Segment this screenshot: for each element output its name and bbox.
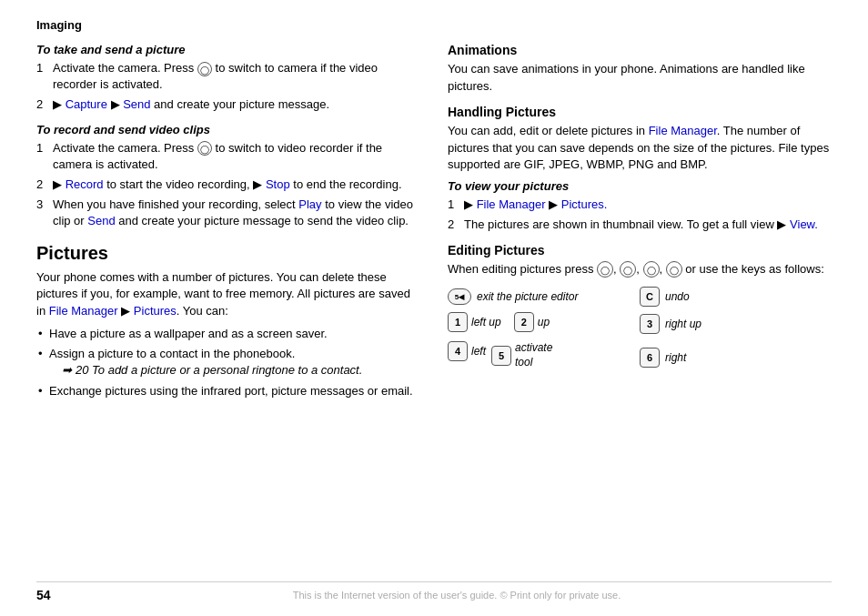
editing-text: When editing pictures press ◯, ◯, ◯, ◯ o… xyxy=(448,261,832,278)
editing-heading: Editing Pictures xyxy=(448,243,832,258)
record-link: Record xyxy=(66,177,104,191)
main-content: To take and send a picture 1 Activate th… xyxy=(36,43,832,574)
take-picture-title: To take and send a picture xyxy=(36,43,420,56)
pictures-section: Pictures Your phone comes with a number … xyxy=(36,243,420,399)
key-4-left: 4 left xyxy=(448,341,486,361)
record-step-2: 2 ▶ Record to start the video recording,… xyxy=(36,177,420,193)
pictures-bullet-list: Have a picture as a wallpaper and as a s… xyxy=(36,326,420,399)
arrow-icon: ▶ xyxy=(53,97,62,111)
send-link: Send xyxy=(123,97,150,111)
key-grid: 5◀ exit the picture editor C undo 1 left… xyxy=(448,287,832,377)
take-step-1: 1 Activate the camera. Press ◯ to switch… xyxy=(36,60,420,93)
key-5-activatetool: 5 activate tool xyxy=(491,341,560,369)
key-2: 2 xyxy=(514,312,534,332)
key-row-leftup-up-rightup: 1 left up 2 up xyxy=(448,312,640,336)
up-label: up xyxy=(538,316,550,328)
arrow-icon6: ▶ xyxy=(549,197,558,211)
arrow-icon4: ▶ xyxy=(253,177,262,191)
key-6: 6 xyxy=(640,348,660,368)
animations-heading: Animations xyxy=(448,43,832,57)
key-3-rightup: 3 right up xyxy=(640,312,832,336)
view-step-2: 2 The pictures are shown in thumbnail vi… xyxy=(448,217,832,233)
send-link2: Send xyxy=(87,214,115,227)
note-arrow-icon: ➡ xyxy=(62,362,72,379)
view-link: View. xyxy=(790,217,818,231)
take-picture-section: To take and send a picture 1 Activate th… xyxy=(36,43,420,114)
animations-section: Animations You can save animations in yo… xyxy=(448,43,832,96)
bullet-contact: Assign a picture to a contact in the pho… xyxy=(36,346,420,379)
key-1-leftup: 1 left up xyxy=(448,312,501,332)
fm-link2: File Manager xyxy=(477,197,546,211)
page-header: Imaging xyxy=(36,18,832,32)
bullet-exchange: Exchange pictures using the infrared por… xyxy=(36,383,420,399)
editing-section: Editing Pictures When editing pictures p… xyxy=(448,243,832,378)
pictures-link: Pictures xyxy=(134,304,177,318)
rightup-label: right up xyxy=(665,318,701,330)
view-pictures-steps: 1 ▶ File Manager ▶ Pictures. 2 The pictu… xyxy=(448,197,832,233)
handling-text: You can add, edit or delete pictures in … xyxy=(448,123,832,175)
animations-text: You can save animations in your phone. A… xyxy=(448,61,832,96)
handling-heading: Handling Pictures xyxy=(448,105,832,119)
video-icon: ◯ xyxy=(197,141,212,156)
record-step-1: 1 Activate the camera. Press ◯ to switch… xyxy=(36,140,420,173)
contact-note: ➡ 20 To add a picture or a personal ring… xyxy=(49,362,420,379)
undo-label: undo xyxy=(665,290,690,303)
page: Imaging To take and send a picture 1 Act… xyxy=(0,0,868,616)
play-link: Play xyxy=(298,197,321,211)
pictures-link2: Pictures. xyxy=(561,197,608,211)
pictures-heading: Pictures xyxy=(36,243,420,264)
record-video-section: To record and send video clips 1 Activat… xyxy=(36,123,420,230)
capture-link: Capture xyxy=(66,97,107,111)
leftup-label: left up xyxy=(471,316,501,328)
view-pictures-title: To view your pictures xyxy=(448,179,832,193)
key-c: C xyxy=(640,287,660,307)
camera-icon: ◯ xyxy=(197,62,212,76)
key-2-up: 2 up xyxy=(514,312,550,332)
header-title: Imaging xyxy=(36,18,82,32)
file-manager-link: File Manager xyxy=(49,304,118,318)
arrow-fm: ▶ xyxy=(121,304,130,318)
record-video-title: To record and send video clips xyxy=(36,123,420,136)
nav-icon3: ◯ xyxy=(643,261,660,278)
page-number: 54 xyxy=(36,588,64,602)
left-column: To take and send a picture 1 Activate th… xyxy=(36,43,420,574)
key-3: 3 xyxy=(640,314,660,334)
nav-icon1: ◯ xyxy=(597,261,613,278)
key-5: 5 xyxy=(491,346,511,366)
right-column: Animations You can save animations in yo… xyxy=(448,43,832,574)
take-step-2: 2 ▶ Capture ▶ Send and create your pictu… xyxy=(36,96,420,113)
nav-icon2: ◯ xyxy=(620,261,636,278)
left-label: left xyxy=(471,345,486,358)
arrow-icon3: ▶ xyxy=(53,177,62,191)
key-row-left-activatetool-right: 4 left 5 activate tool xyxy=(448,341,640,373)
right-label: right xyxy=(665,351,686,364)
activatetool-label: activate tool xyxy=(515,341,560,369)
view-pictures-section: To view your pictures 1 ▶ File Manager ▶… xyxy=(448,179,832,233)
note-text: 20 To add a picture or a personal ringto… xyxy=(76,362,362,379)
view-step-1: 1 ▶ File Manager ▶ Pictures. xyxy=(448,197,832,213)
arrow-icon2: ▶ xyxy=(111,97,120,111)
arrow-icon5: ▶ xyxy=(464,197,473,211)
file-manager-link2: File Manager xyxy=(649,124,717,137)
footer: 54 This is the Internet version of the u… xyxy=(36,581,832,602)
bullet-wallpaper: Have a picture as a wallpaper and as a s… xyxy=(36,326,420,342)
exit-label: exit the picture editor xyxy=(477,290,578,303)
key-row-undo: C undo xyxy=(640,287,832,307)
record-video-steps: 1 Activate the camera. Press ◯ to switch… xyxy=(36,140,420,230)
handling-section: Handling Pictures You can add, edit or d… xyxy=(448,105,832,175)
key-6-right: 6 right xyxy=(640,341,832,373)
take-picture-steps: 1 Activate the camera. Press ◯ to switch… xyxy=(36,60,420,114)
footer-disclaimer: This is the Internet version of the user… xyxy=(82,590,832,601)
key-row-exit: 5◀ exit the picture editor xyxy=(448,287,640,307)
key-1: 1 xyxy=(448,312,468,332)
record-step-3: 3 When you have finished your recording,… xyxy=(36,197,420,229)
stop-link: Stop xyxy=(266,177,290,191)
arrow-icon7: ▶ xyxy=(777,217,786,231)
key-4: 4 xyxy=(448,341,468,361)
nav-icon4: ◯ xyxy=(666,261,682,278)
pictures-para: Your phone comes with a number of pictur… xyxy=(36,269,420,321)
key-5back: 5◀ xyxy=(448,288,471,305)
